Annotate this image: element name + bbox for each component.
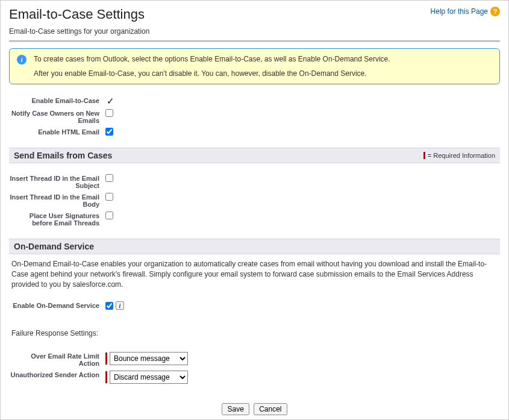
general-settings: Enable Email-to-Case ✓ Notify Case Owner… (9, 90, 500, 144)
rate-limit-label: Over Email Rate Limit Action (9, 352, 105, 367)
thread-body-label: Insert Thread ID in the Email Body (9, 193, 105, 208)
info-line-1: To create cases from Outlook, select the… (34, 55, 492, 63)
thread-body-checkbox[interactable] (105, 193, 113, 201)
info-line-2: After you enable Email-to-Case, you can'… (34, 69, 492, 78)
send-emails-section-header: Send Emails from Cases = Required Inform… (9, 148, 500, 163)
enable-ondemand-checkbox[interactable] (105, 302, 113, 310)
ondemand-section-header: On-Demand Service (9, 239, 500, 254)
ondemand-settings: Enable On-Demand Service i (9, 295, 500, 318)
thread-subject-label: Insert Thread ID in the Email Subject (9, 174, 105, 189)
enable-html-label: Enable HTML Email (9, 128, 105, 136)
help-icon: ? (490, 7, 500, 16)
notify-owners-label: Notify Case Owners on New Emails (9, 109, 105, 124)
enable-html-checkbox[interactable] (105, 128, 113, 136)
ondemand-info-icon[interactable]: i (116, 301, 124, 310)
notify-owners-checkbox[interactable] (105, 109, 113, 117)
unauthorized-label: Unauthorized Sender Action (9, 371, 105, 378)
ondemand-header-text: On-Demand Service (14, 242, 94, 251)
enable-e2c-checkmark: ✓ (105, 96, 114, 105)
ondemand-description: On-Demand Email-to-Case enables your org… (9, 259, 500, 295)
enable-e2c-label: Enable Email-to-Case (9, 96, 105, 104)
signatures-label: Place User Signatures before Email Threa… (9, 212, 105, 227)
required-bar-icon (105, 353, 107, 365)
send-emails-settings: Insert Thread ID in the Email Subject In… (9, 168, 500, 235)
save-button[interactable]: Save (222, 403, 249, 415)
required-bar-icon (423, 152, 425, 159)
rate-limit-select[interactable]: Bounce message (110, 352, 188, 365)
required-bar-icon (105, 371, 107, 383)
help-link-text: Help for this Page (431, 7, 488, 16)
page-title: Email-to-Case Settings (9, 7, 500, 22)
button-bar: Save Cancel (9, 403, 500, 415)
info-icon: i (17, 55, 27, 64)
info-box: i To create cases from Outlook, select t… (9, 48, 500, 84)
failure-response-heading: Failure Response Settings: (11, 329, 500, 337)
signatures-checkbox[interactable] (105, 212, 113, 219)
divider (9, 40, 500, 42)
help-link[interactable]: Help for this Page ? (431, 7, 500, 16)
required-legend: = Required Information (423, 152, 495, 159)
enable-ondemand-label: Enable On-Demand Service (9, 301, 105, 309)
cancel-button[interactable]: Cancel (254, 403, 287, 415)
page-description: Email-to-Case settings for your organiza… (9, 27, 500, 36)
unauthorized-select[interactable]: Discard message (110, 371, 188, 384)
thread-subject-checkbox[interactable] (105, 174, 113, 182)
send-emails-header-text: Send Emails from Cases (14, 151, 112, 160)
required-legend-text: = Required Information (428, 152, 495, 159)
failure-response-settings: Over Email Rate Limit Action Bounce mess… (9, 346, 500, 392)
